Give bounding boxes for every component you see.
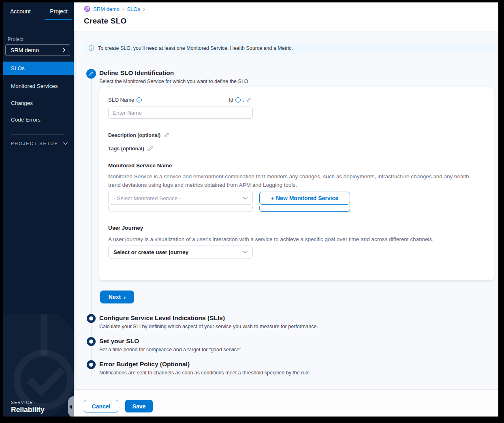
step-2-indicator[interactable] <box>87 314 96 323</box>
slo-name-label: SLO Name <box>108 97 134 103</box>
step-4-title: Error Budget Policy (Optional) <box>99 361 190 368</box>
sidebar-item-label: Monitored Services <box>11 83 58 89</box>
info-circle-icon: i <box>89 45 94 51</box>
step-3-subtitle: Set a time period for compliance and a t… <box>99 347 241 352</box>
project-setup-toggle[interactable]: PROJECT SETUP <box>11 141 68 146</box>
sidebar: Account Project Project SRM demo SLOs Mo… <box>3 2 74 417</box>
chevron-right-icon: › <box>124 294 126 301</box>
project-scope-label: Project <box>8 36 23 42</box>
ghost-select-border <box>108 206 253 212</box>
edit-pencil-icon[interactable] <box>164 132 170 138</box>
breadcrumb-separator: › <box>122 6 124 12</box>
module-name: Reliability <box>11 406 45 414</box>
module-kicker: SERVICE <box>11 400 33 405</box>
step-4-indicator[interactable] <box>87 360 96 369</box>
description-toggle[interactable]: Description (optional) <box>108 132 170 138</box>
id-label: Id <box>229 97 233 103</box>
next-button[interactable]: Next › <box>100 291 134 303</box>
breadcrumb-separator: › <box>143 6 145 12</box>
tags-toggle[interactable]: Tags (optional) <box>108 145 154 152</box>
tab-project[interactable]: Project <box>45 8 72 20</box>
footer-bar: Cancel Save <box>74 389 498 417</box>
tab-account[interactable]: Account <box>10 8 31 15</box>
main-content: SRM demo › SLOs › Create SLO i To create… <box>74 2 498 417</box>
step-1-title: Define SLO Identification <box>99 69 174 77</box>
description-label: Description (optional) <box>108 132 160 138</box>
save-button[interactable]: Save <box>125 400 153 412</box>
sidebar-item-label: SLOs <box>11 65 25 71</box>
id-field-group: Id i : <box>229 97 252 103</box>
breadcrumb: SRM demo › SLOs › <box>84 6 145 12</box>
ghost-button-border <box>259 206 350 212</box>
step-1-indicator[interactable] <box>86 69 96 79</box>
slo-name-input[interactable] <box>108 107 253 119</box>
edit-pencil-icon[interactable] <box>147 145 154 152</box>
step-3-title: Set your SLO <box>99 338 139 345</box>
new-monitored-service-button[interactable]: + New Monitored Service <box>259 192 350 205</box>
slo-identification-card: SLO Name i Id i : Description (optional) <box>99 87 494 280</box>
chevron-down-icon <box>243 197 248 200</box>
user-journey-select-value: Select or create user journey <box>113 249 243 255</box>
step-3-indicator[interactable] <box>87 337 96 346</box>
step-2-title: Configure Service Level Indications (SLI… <box>99 314 225 322</box>
project-selector[interactable]: SRM demo <box>5 44 70 56</box>
edit-pencil-icon[interactable] <box>246 97 252 103</box>
step-2-subtitle: Calculate your SLI by defining which asp… <box>99 324 318 329</box>
collapse-left-icon <box>69 405 72 409</box>
monitored-service-select-placeholder: - Select Monitored Service - <box>113 195 243 201</box>
monitored-service-description: Monitored Service is a service and envir… <box>108 172 479 189</box>
info-circle-icon[interactable]: i <box>235 97 241 103</box>
slo-name-label-group: SLO Name i <box>108 97 142 103</box>
user-journey-title: User Journey <box>108 225 143 231</box>
sidebar-item-code-errors[interactable]: Code Errors <box>3 113 74 126</box>
sidebar-item-changes[interactable]: Changes <box>3 96 74 110</box>
step-4-subtitle: Notifications are sent to channels as so… <box>99 370 311 376</box>
sidebar-collapse-handle[interactable] <box>68 396 74 417</box>
project-setup-label: PROJECT SETUP <box>11 141 58 146</box>
info-banner: i To create SLO, you’ll need at least on… <box>83 42 498 54</box>
monitored-service-select[interactable]: - Select Monitored Service - <box>108 192 253 205</box>
sidebar-item-label: Changes <box>11 100 33 106</box>
project-selector-value: SRM demo <box>11 47 63 53</box>
user-journey-description: A user journey is a visualization of a u… <box>108 235 479 244</box>
breadcrumb-slos[interactable]: SLOs <box>127 6 140 12</box>
app-window: Account Project Project SRM demo SLOs Mo… <box>3 2 498 417</box>
page-header: SRM demo › SLOs › Create SLO <box>74 2 498 31</box>
monitored-service-title: Monitored Service Name <box>108 162 172 169</box>
breadcrumb-project[interactable]: SRM demo <box>93 6 120 12</box>
scope-tabs: Account Project <box>8 8 71 20</box>
page-body: i To create SLO, you’ll need at least on… <box>74 31 498 389</box>
sidebar-item-slos[interactable]: SLOs <box>3 62 74 75</box>
chevron-right-icon <box>63 48 66 52</box>
tags-label: Tags (optional) <box>108 146 144 152</box>
id-separator: : <box>243 97 244 103</box>
user-journey-select[interactable]: Select or create user journey <box>108 246 253 258</box>
sidebar-item-label: Code Errors <box>11 117 41 123</box>
srm-module-icon <box>84 6 90 12</box>
wizard-rail <box>91 74 92 377</box>
page-title: Create SLO <box>84 17 126 26</box>
cancel-button[interactable]: Cancel <box>84 400 118 412</box>
chevron-down-icon <box>243 251 248 254</box>
edit-pencil-icon <box>89 71 94 76</box>
next-button-label: Next <box>109 294 121 300</box>
sidebar-divider <box>11 134 64 135</box>
info-circle-icon[interactable]: i <box>137 97 142 103</box>
info-banner-text: To create SLO, you’ll need at least one … <box>98 45 293 51</box>
step-1-subtitle: Select the Monitored Service for which y… <box>99 79 248 84</box>
sidebar-item-monitored-services[interactable]: Monitored Services <box>3 79 74 93</box>
chevron-down-icon <box>63 142 68 145</box>
